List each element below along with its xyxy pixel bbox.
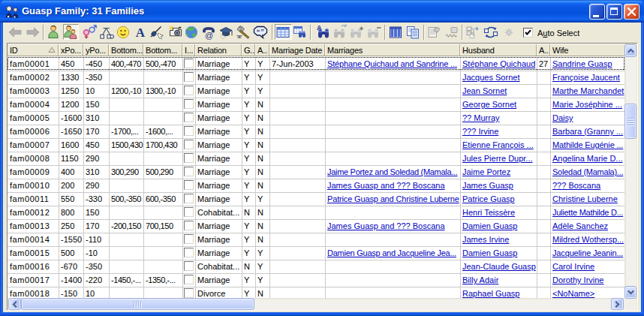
svg-text:@: @ xyxy=(205,31,213,40)
svg-text:”: ” xyxy=(260,28,264,35)
svg-text:“: “ xyxy=(257,28,260,35)
svg-text:A: A xyxy=(136,26,146,40)
